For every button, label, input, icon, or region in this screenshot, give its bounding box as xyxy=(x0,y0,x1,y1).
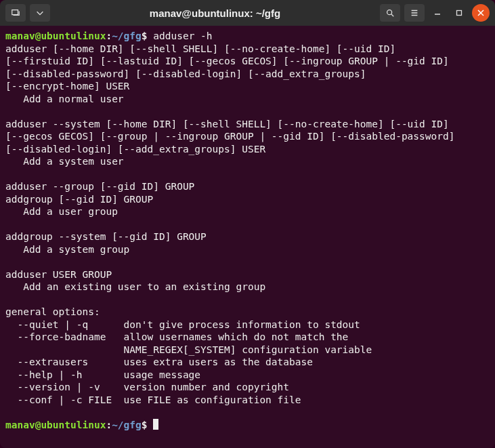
prompt-dollar: $ xyxy=(142,30,148,41)
prompt-dollar: $ xyxy=(142,420,148,430)
maximize-button[interactable] xyxy=(450,4,468,22)
prompt-path: ~/gfg xyxy=(112,30,142,41)
output-line: NAME_REGEX[_SYSTEM] configuration variab… xyxy=(5,344,372,355)
output-line: --help | -h usage message xyxy=(5,369,200,380)
menu-dropdown-button[interactable] xyxy=(30,4,50,22)
cursor xyxy=(153,419,158,430)
command-text: adduser -h xyxy=(153,30,212,41)
titlebar: manav@ubuntulinux: ~/gfg xyxy=(0,0,495,26)
output-line: [--encrypt-home] USER xyxy=(5,81,129,91)
output-line: Add a user group xyxy=(5,206,118,217)
titlebar-right-controls xyxy=(380,4,490,22)
output-line: --quiet | -q don't give process informat… xyxy=(5,319,360,330)
output-line: --force-badname allow usernames which do… xyxy=(5,331,348,342)
output-line: adduser [--home DIR] [--shell SHELL] [--… xyxy=(5,43,395,54)
chevron-down-icon xyxy=(35,8,45,18)
output-line: adduser USER GROUP xyxy=(5,269,112,280)
output-line: Add a system group xyxy=(5,244,129,255)
output-line: adduser --group [--gid ID] GROUP xyxy=(5,181,194,192)
minimize-button[interactable] xyxy=(429,4,446,22)
prompt-path: ~/gfg xyxy=(112,420,142,430)
output-line: --conf | -c FILE use FILE as configurati… xyxy=(5,394,301,405)
output-line: addgroup --system [--gid ID] GROUP xyxy=(5,231,207,242)
close-button[interactable] xyxy=(472,4,490,22)
close-icon xyxy=(477,9,484,16)
search-icon xyxy=(385,8,395,18)
output-line: [--firstuid ID] [--lastuid ID] [--gecos … xyxy=(5,56,449,66)
svg-rect-1 xyxy=(457,11,462,16)
hamburger-menu-button[interactable] xyxy=(404,4,425,22)
output-line: adduser --system [--home DIR] [--shell S… xyxy=(5,119,449,129)
output-line: [--disabled-password] [--disabled-login]… xyxy=(5,68,366,79)
prompt-colon: : xyxy=(106,420,112,430)
maximize-icon xyxy=(456,9,462,16)
output-line: --version | -v version number and copyri… xyxy=(5,382,289,392)
output-line: Add a system user xyxy=(5,156,124,167)
output-line: [--gecos GECOS] [--group | --ingroup GRO… xyxy=(5,131,454,142)
minimize-icon xyxy=(434,9,441,16)
hamburger-icon xyxy=(410,8,419,18)
output-line: --extrausers uses extra users as the dat… xyxy=(5,357,313,367)
svg-point-0 xyxy=(387,10,392,15)
output-line: Add an existing user to an existing grou… xyxy=(5,281,265,292)
output-line: Add a normal user xyxy=(5,94,124,104)
output-line: addgroup [--gid ID] GROUP xyxy=(5,194,153,205)
terminal-window: manav@ubuntulinux: ~/gfg manav@ubuntulin… xyxy=(0,0,495,448)
titlebar-left-controls xyxy=(5,4,50,22)
search-button[interactable] xyxy=(380,4,400,22)
output-line: general options: xyxy=(5,306,100,317)
prompt-userhost: manav@ubuntulinux xyxy=(5,30,106,41)
terminal-body[interactable]: manav@ubuntulinux:~/gfg$ adduser -h addu… xyxy=(0,26,495,448)
new-tab-icon xyxy=(11,8,20,18)
window-title: manav@ubuntulinux: ~/gfg xyxy=(54,7,376,19)
prompt-userhost: manav@ubuntulinux xyxy=(5,420,106,430)
output-line: [--disabled-login] [--add_extra_groups] … xyxy=(5,144,265,155)
new-tab-button[interactable] xyxy=(5,4,26,22)
prompt-colon: : xyxy=(106,30,112,41)
